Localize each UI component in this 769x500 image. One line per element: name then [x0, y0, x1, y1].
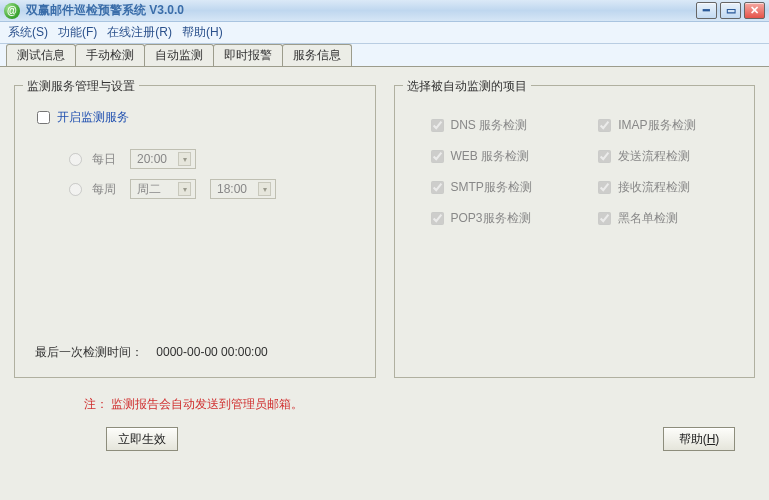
chk-dns[interactable]: DNS 服务检测	[427, 116, 567, 135]
combo-weekly-time[interactable]: 18:00 ▾	[210, 179, 276, 199]
tabbar: 测试信息 手动检测 自动监测 即时报警 服务信息	[0, 44, 769, 66]
chk-smtp-label: SMTP服务检测	[451, 179, 532, 196]
maximize-button[interactable]: ▭	[720, 2, 741, 19]
help-button[interactable]: 帮助(H)	[663, 427, 735, 451]
combo-daily-time[interactable]: 20:00 ▾	[130, 149, 196, 169]
content-panel: 监测服务管理与设置 开启监测服务 每日 20:00 ▾	[0, 66, 769, 500]
chk-send-label: 发送流程检测	[618, 148, 690, 165]
app-icon: @	[4, 3, 20, 19]
help-button-hotkey: H	[707, 432, 716, 446]
chk-send-box[interactable]	[598, 150, 611, 163]
last-check-row: 最后一次检测时间： 0000-00-00 00:00:00	[35, 344, 268, 361]
chk-web[interactable]: WEB 服务检测	[427, 147, 567, 166]
titlebar: @ 双赢邮件巡检预警系统 V3.0.0 ━ ▭ ✕	[0, 0, 769, 22]
chk-blacklist-box[interactable]	[598, 212, 611, 225]
chevron-down-icon: ▾	[178, 182, 191, 196]
tab-test[interactable]: 测试信息	[6, 44, 76, 66]
tab-realtime[interactable]: 即时报警	[213, 44, 283, 66]
tab-service[interactable]: 服务信息	[282, 44, 352, 66]
chk-pop3[interactable]: POP3服务检测	[427, 209, 567, 228]
enable-monitor-checkbox[interactable]	[37, 111, 50, 124]
radio-weekly-label: 每周	[92, 181, 116, 198]
window-title: 双赢邮件巡检预警系统 V3.0.0	[26, 2, 693, 19]
help-button-label: 帮助(	[679, 431, 707, 448]
radio-daily[interactable]	[69, 153, 82, 166]
group-monitor-settings: 监测服务管理与设置 开启监测服务 每日 20:00 ▾	[14, 85, 376, 378]
group-monitor-items: 选择被自动监测的项目 DNS 服务检测 IMAP服务检测 WEB 服务检测 发送…	[394, 85, 756, 378]
chk-pop3-label: POP3服务检测	[451, 210, 531, 227]
group-items-legend: 选择被自动监测的项目	[403, 78, 531, 95]
note-text: 注： 监测报告会自动发送到管理员邮箱。	[84, 396, 755, 413]
combo-weekday[interactable]: 周二 ▾	[130, 179, 196, 199]
radio-daily-wrap[interactable]: 每日	[69, 151, 116, 168]
tab-manual[interactable]: 手动检测	[75, 44, 145, 66]
chk-recv[interactable]: 接收流程检测	[594, 178, 734, 197]
radio-weekly[interactable]	[69, 183, 82, 196]
last-check-value: 0000-00-00 00:00:00	[156, 345, 267, 359]
chk-recv-box[interactable]	[598, 181, 611, 194]
chk-recv-label: 接收流程检测	[618, 179, 690, 196]
apply-button[interactable]: 立即生效	[106, 427, 178, 451]
tab-auto[interactable]: 自动监测	[144, 44, 214, 66]
chk-pop3-box[interactable]	[431, 212, 444, 225]
chevron-down-icon: ▾	[258, 182, 271, 196]
chk-smtp[interactable]: SMTP服务检测	[427, 178, 567, 197]
apply-button-label: 立即生效	[118, 431, 166, 448]
combo-weekly-time-value: 18:00	[217, 182, 247, 196]
group-monitor-legend: 监测服务管理与设置	[23, 78, 139, 95]
help-button-end: )	[715, 432, 719, 446]
chk-send[interactable]: 发送流程检测	[594, 147, 734, 166]
menu-function[interactable]: 功能(F)	[58, 24, 97, 41]
menu-help[interactable]: 帮助(H)	[182, 24, 223, 41]
chevron-down-icon: ▾	[178, 152, 191, 166]
chk-dns-box[interactable]	[431, 119, 444, 132]
chk-blacklist-label: 黑名单检测	[618, 210, 678, 227]
radio-weekly-wrap[interactable]: 每周	[69, 181, 116, 198]
menu-system[interactable]: 系统(S)	[8, 24, 48, 41]
last-check-label: 最后一次检测时间：	[35, 345, 143, 359]
menu-register[interactable]: 在线注册(R)	[107, 24, 172, 41]
combo-daily-time-value: 20:00	[137, 152, 167, 166]
menubar: 系统(S) 功能(F) 在线注册(R) 帮助(H)	[0, 22, 769, 44]
chk-imap[interactable]: IMAP服务检测	[594, 116, 734, 135]
chk-web-box[interactable]	[431, 150, 444, 163]
chk-imap-box[interactable]	[598, 119, 611, 132]
close-button[interactable]: ✕	[744, 2, 765, 19]
chk-imap-label: IMAP服务检测	[618, 117, 695, 134]
chk-blacklist[interactable]: 黑名单检测	[594, 209, 734, 228]
enable-monitor-label: 开启监测服务	[57, 109, 129, 126]
minimize-button[interactable]: ━	[696, 2, 717, 19]
combo-weekday-value: 周二	[137, 181, 161, 198]
chk-web-label: WEB 服务检测	[451, 148, 530, 165]
chk-dns-label: DNS 服务检测	[451, 117, 528, 134]
chk-smtp-box[interactable]	[431, 181, 444, 194]
radio-daily-label: 每日	[92, 151, 116, 168]
